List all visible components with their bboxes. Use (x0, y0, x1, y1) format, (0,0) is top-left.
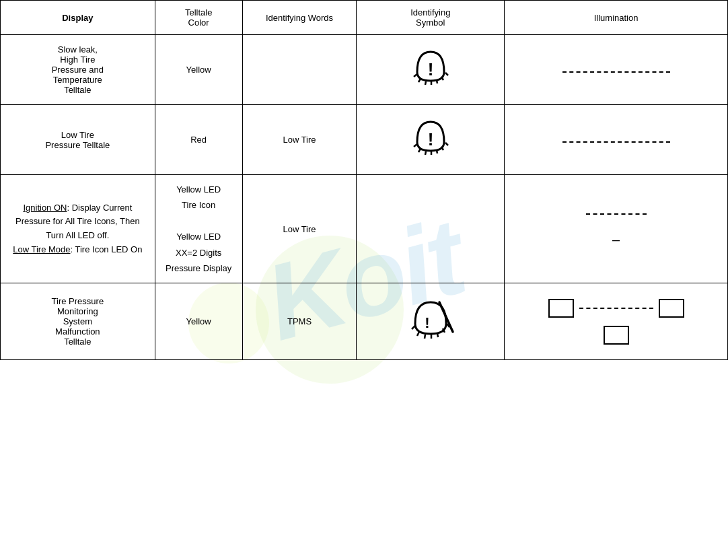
display-cell-2: Low TirePressure Telltale (1, 105, 155, 175)
svg-line-10 (425, 151, 426, 155)
svg-line-14 (445, 143, 448, 145)
svg-line-20 (437, 333, 438, 337)
illumination-row-2 (604, 326, 629, 345)
display-cell-1: Slow leak,High TirePressure andTemperatu… (1, 35, 155, 105)
identifying-words-cell-3: Low Tire (242, 175, 357, 283)
telltale-color-cell-4: Yellow (155, 283, 242, 360)
svg-line-6 (445, 73, 448, 75)
identifying-words-cell-2: Low Tire (242, 105, 357, 175)
ignition-on-label: Ignition ON (23, 203, 67, 213)
symbol-cell-3 (357, 175, 505, 283)
illum-box-left (548, 299, 574, 318)
svg-line-16 (412, 326, 415, 329)
illumination-cell-2 (505, 105, 728, 175)
header-identifying-symbol: IdentifyingSymbol (357, 1, 505, 35)
dashed-line-1 (562, 71, 670, 73)
svg-line-0 (414, 74, 417, 77)
dashed-line-3a (586, 213, 647, 215)
tire-warning-icon-1: ! (404, 42, 458, 96)
illumination-tpms-container (510, 299, 722, 345)
display-cell-4: Tire PressureMonitoringSystemMalfunction… (1, 283, 155, 360)
header-display: Display (1, 1, 155, 35)
svg-line-18 (425, 335, 425, 339)
symbol-cell-1: ! (357, 35, 505, 105)
svg-text:!: ! (425, 314, 429, 331)
tire-warning-icon-2: ! (404, 112, 458, 166)
svg-line-2 (425, 81, 426, 85)
symbol-cell-4: ! (357, 283, 505, 360)
table-row: Ignition ON: Display Current Pressure fo… (1, 175, 728, 283)
svg-text:!: ! (427, 129, 433, 149)
identifying-words-cell-1 (242, 35, 357, 105)
illumination-cell-1 (505, 35, 728, 105)
telltale-color-cell-3: Yellow LEDTire Icon Yellow LEDXX=2 Digit… (155, 175, 242, 283)
svg-line-9 (418, 149, 421, 152)
illum-box-right (659, 299, 684, 318)
header-identifying-words: Identifying Words (242, 1, 357, 35)
table-row: Slow leak,High TirePressure andTemperatu… (1, 35, 728, 105)
header-telltale-color: TelltaleColor (155, 1, 242, 35)
low-tire-mode-label: Low Tire Mode (13, 244, 70, 254)
svg-text:!: ! (427, 59, 433, 79)
dash-single-3: – (612, 232, 620, 247)
svg-line-12 (437, 150, 437, 153)
illumination-cell-4 (505, 283, 728, 360)
svg-line-1 (418, 79, 421, 82)
symbol-cell-2: ! (357, 105, 505, 175)
telltale-color-cell-2: Red (155, 105, 242, 175)
identifying-words-cell-4: TPMS (242, 283, 357, 360)
header-illumination: Illumination (505, 1, 728, 35)
svg-line-8 (414, 144, 417, 147)
telltale-color-cell-1: Yellow (155, 35, 242, 105)
table-row: Tire PressureMonitoringSystemMalfunction… (1, 283, 728, 360)
illumination-cell-3: – (505, 175, 728, 283)
illum-dashed-line (579, 308, 653, 309)
tpms-malfunction-icon: ! (400, 290, 461, 351)
illum-box-bottom (604, 326, 629, 345)
illumination-row-1 (548, 299, 684, 318)
dashed-line-2 (562, 141, 670, 143)
svg-line-4 (437, 80, 437, 83)
display-cell-3: Ignition ON: Display Current Pressure fo… (1, 175, 155, 283)
svg-line-17 (417, 332, 419, 336)
table-row: Low TirePressure Telltale Red Low Tire ! (1, 105, 728, 175)
